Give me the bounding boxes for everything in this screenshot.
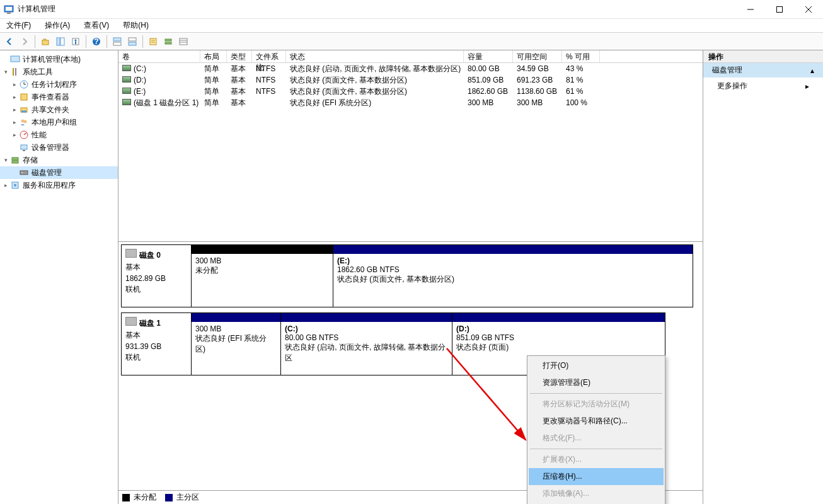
tree-storage[interactable]: ▾存储: [0, 154, 118, 166]
volume-row[interactable]: (C:)简单基本NTFS状态良好 (启动, 页面文件, 故障转储, 基本数据分区…: [118, 63, 703, 74]
tree-event-viewer[interactable]: ▸事件查看器: [0, 91, 118, 103]
ctx-open[interactable]: 打开(O): [529, 357, 664, 374]
svg-rect-45: [20, 171, 28, 175]
up-button[interactable]: [38, 35, 52, 49]
window-title: 计算机管理: [18, 4, 736, 14]
volume-list-header[interactable]: 卷 布局 类型 文件系统 状态 容量 可用空间 % 可用: [118, 50, 703, 63]
close-button[interactable]: [794, 0, 823, 19]
tree-root[interactable]: 计算机管理(本地): [0, 53, 118, 66]
menu-bar: 文件(F) 操作(A) 查看(V) 帮助(H): [0, 19, 823, 33]
toolbar: ?: [0, 33, 823, 50]
svg-rect-19: [150, 38, 156, 45]
col-volume[interactable]: 卷: [118, 50, 200, 62]
svg-rect-9: [60, 38, 64, 45]
menu-help[interactable]: 帮助(H): [120, 19, 151, 32]
list-button[interactable]: [176, 35, 190, 49]
refresh-button[interactable]: [161, 35, 175, 49]
tree-task-scheduler[interactable]: ▸任务计划程序: [0, 78, 118, 91]
ctx-change-letter[interactable]: 更改驱动器号和路径(C)...: [529, 413, 664, 430]
svg-rect-1: [6, 7, 12, 11]
tree-label: 性能: [32, 130, 47, 140]
back-button[interactable]: [3, 35, 16, 49]
settings-button[interactable]: [146, 35, 160, 49]
partition[interactable]: (E:)1862.60 GB NTFS状态良好 (页面文件, 基本数据分区): [333, 244, 693, 307]
volume-list[interactable]: 卷 布局 类型 文件系统 状态 容量 可用空间 % 可用 (C:)简单基本NTF…: [118, 50, 703, 242]
legend-unalloc-swatch: [122, 494, 130, 501]
partition[interactable]: (C:)80.00 GB NTFS状态良好 (启动, 页面文件, 故障转储, 基…: [280, 312, 452, 375]
volume-row[interactable]: (E:)简单基本NTFS状态良好 (页面文件, 基本数据分区)1862.60 G…: [118, 86, 703, 97]
tree-label: 本地用户和组: [32, 117, 77, 128]
tree-label: 事件查看器: [32, 92, 69, 103]
svg-rect-44: [12, 161, 18, 163]
forward-button[interactable]: [18, 35, 32, 49]
maximize-button[interactable]: [765, 0, 794, 19]
view-top-button[interactable]: [110, 35, 124, 49]
actions-more[interactable]: 更多操作 ▸: [703, 78, 823, 94]
svg-point-38: [24, 120, 27, 123]
col-filesystem[interactable]: 文件系统: [252, 50, 286, 62]
menu-view[interactable]: 查看(V): [81, 19, 112, 32]
ctx-explorer[interactable]: 资源管理器(E): [529, 374, 664, 391]
tree-shared-folders[interactable]: ▸共享文件夹: [0, 103, 118, 116]
ctx-extend: 扩展卷(X)...: [529, 451, 664, 468]
svg-rect-42: [23, 150, 25, 151]
disk-label[interactable]: 磁盘 0基本1862.89 GB联机: [121, 244, 192, 307]
partition[interactable]: 300 MB状态良好 (EFI 系统分区): [191, 312, 281, 375]
tree-label: 任务计划程序: [32, 79, 77, 90]
tree-local-users[interactable]: ▸本地用户和组: [0, 116, 118, 129]
col-status[interactable]: 状态: [286, 50, 464, 62]
collapse-icon: ▴: [810, 66, 814, 75]
navigation-tree[interactable]: 计算机管理(本地) ▾系统工具 ▸任务计划程序 ▸事件查看器 ▸共享文件夹 ▸本…: [0, 50, 118, 504]
chevron-right-icon: ▸: [805, 82, 809, 91]
svg-text:?: ?: [94, 37, 98, 46]
svg-rect-28: [13, 68, 14, 76]
help-button[interactable]: ?: [89, 35, 103, 49]
svg-rect-18: [129, 42, 136, 45]
col-free[interactable]: 可用空间: [513, 50, 562, 62]
svg-rect-22: [165, 39, 171, 41]
context-menu[interactable]: 打开(O) 资源管理器(E) 将分区标记为活动分区(M) 更改驱动器号和路径(C…: [527, 355, 665, 504]
tree-performance[interactable]: ▸性能: [0, 129, 118, 141]
disk-icon: [125, 249, 137, 258]
view-bottom-button[interactable]: [125, 35, 139, 49]
partition[interactable]: 300 MB未分配: [191, 244, 333, 307]
disk-partitions: 300 MB未分配(E:)1862.60 GB NTFS状态良好 (页面文件, …: [192, 244, 700, 307]
ctx-mirror: 添加镜像(A)...: [529, 485, 664, 502]
svg-point-35: [21, 110, 24, 113]
menu-action[interactable]: 操作(A): [42, 19, 72, 32]
minimize-button[interactable]: [736, 0, 765, 19]
ctx-separator: [530, 393, 662, 394]
svg-point-36: [24, 110, 26, 113]
svg-rect-8: [57, 38, 60, 45]
ctx-shrink[interactable]: 压缩卷(H)...: [529, 468, 664, 485]
tree-label: 存储: [23, 155, 38, 166]
col-type[interactable]: 类型: [227, 50, 252, 62]
tree-device-manager[interactable]: 设备管理器: [0, 141, 118, 154]
tree-label: 磁盘管理: [32, 168, 62, 178]
menu-file[interactable]: 文件(F): [4, 19, 33, 32]
volume-row[interactable]: (磁盘 1 磁盘分区 1)简单基本状态良好 (EFI 系统分区)300 MB30…: [118, 97, 703, 108]
properties-button[interactable]: [69, 35, 83, 49]
drive-icon: [122, 76, 131, 83]
ctx-format: 格式化(F)...: [529, 430, 664, 447]
ctx-separator: [530, 449, 662, 449]
col-layout[interactable]: 布局: [200, 50, 227, 62]
legend-unalloc-label: 未分配: [134, 492, 156, 503]
actions-section[interactable]: 磁盘管理 ▴: [703, 63, 823, 78]
tree-label: 设备管理器: [32, 142, 69, 153]
tree-label: 系统工具: [23, 67, 53, 77]
volume-row[interactable]: (D:)简单基本NTFS状态良好 (页面文件, 基本数据分区)851.09 GB…: [118, 74, 703, 86]
ctx-mark-active: 将分区标记为活动分区(M): [529, 396, 664, 413]
svg-rect-27: [11, 56, 20, 62]
col-percent[interactable]: % 可用: [562, 50, 600, 62]
tree-system-tools[interactable]: ▾系统工具: [0, 66, 118, 78]
tree-label: 服务和应用程序: [23, 180, 76, 191]
svg-point-11: [75, 39, 77, 41]
title-bar: 计算机管理: [0, 0, 823, 19]
show-hide-tree-button[interactable]: [54, 35, 67, 49]
col-capacity[interactable]: 容量: [464, 50, 513, 62]
tree-disk-management[interactable]: 磁盘管理: [0, 166, 118, 179]
disk-label[interactable]: 磁盘 1基本931.39 GB联机: [121, 312, 192, 375]
legend-primary-swatch: [165, 494, 173, 501]
tree-services-apps[interactable]: ▸服务和应用程序: [0, 179, 118, 192]
